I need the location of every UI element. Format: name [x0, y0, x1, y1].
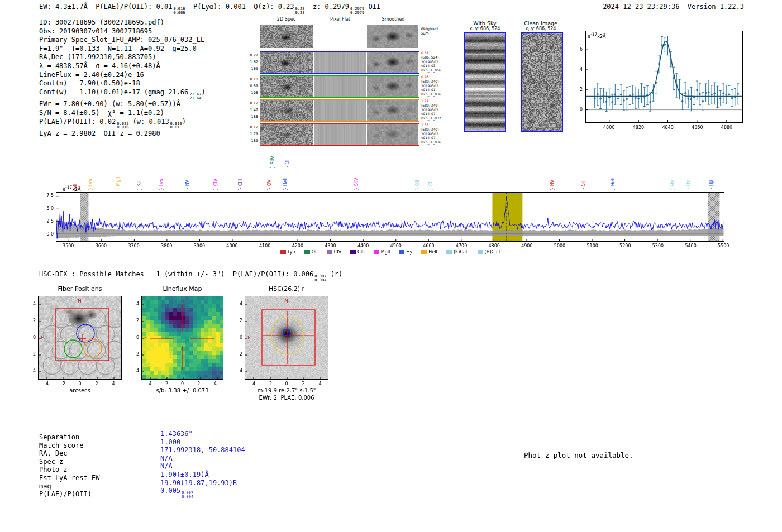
fiber-positions-xlabel: arcsecs [27, 387, 133, 394]
zoom-x-tick-label: 4880 [721, 125, 732, 130]
legend-label: (H)CaII [485, 250, 500, 255]
fiber-weight-value: 0.12 [245, 100, 258, 107]
text-segment: EWr = 7.80(±0.90) (w: 5.80(±0.57))Å [39, 100, 180, 108]
detection-metadata-block: ID: 3002718695 (3002718695.pdf)Obs: 2019… [39, 18, 206, 138]
zoom-line-fit-canvas [586, 31, 742, 122]
fiber-id-line: (689, 340) [421, 127, 448, 132]
text-segment: LineFlux = 2.40(±0.24)e-16 [39, 71, 144, 79]
spectrum-x-tick-label: 5400 [685, 243, 696, 248]
legend-label: OII [312, 250, 318, 255]
fiber-weight-value: 0.12 [245, 124, 258, 131]
fiber-row-weights: 0.121.47188 [245, 100, 258, 120]
fraction-lower: 0.004 [182, 495, 193, 499]
match-row-value: 171.992318, 50.884104 [160, 446, 245, 454]
spec2d-fiber-row [260, 99, 419, 122]
fiber-id-line: v014_03 [421, 64, 448, 68]
emission-line-marker: } OII [415, 180, 420, 190]
fiber-id-line: 20190307 [421, 60, 448, 64]
zoom-y-tick-label: 0 [580, 107, 583, 112]
stacked-fraction: 0.230.23 [295, 7, 305, 15]
full-spectrum-canvas [56, 193, 724, 241]
fiber-id-line: 025_LL_036 [421, 140, 448, 145]
fiber-weight-value: 108 [245, 89, 258, 96]
cutout-y-tick-label: -2 [238, 352, 242, 357]
spectrum-x-tick-label: 5500 [718, 243, 729, 248]
emission-line-marker: } Lyα [159, 179, 164, 190]
cutout-x-tick-label: 0 [78, 381, 81, 386]
superscript-segment: -17 [65, 185, 72, 190]
spectrum-unit-label: e-17x2Å [63, 185, 80, 192]
weighted-smoothed-image [367, 25, 418, 48]
spectrum-x-tick-label: 5300 [652, 243, 664, 248]
fiber-row-info: 1.27"(689, 349)20190307v014_07025_LL_037 [421, 99, 448, 121]
spectrum-y-tick-label: 2.5 [46, 219, 54, 224]
legend-item: (H)CaII [478, 250, 500, 255]
cutout-y-tick-label: -4 [238, 368, 242, 373]
emission-line-marker: } Lyα [88, 179, 93, 190]
cutout-y-tick-label: 4 [136, 301, 139, 306]
spectrum-x-tick-label: 3600 [96, 243, 107, 248]
pixel-flat-image [314, 76, 366, 97]
metadata-line: ID: 3002718695 (3002718695.pdf) [39, 18, 206, 27]
stacked-fraction: 0.0160.006 [173, 7, 185, 15]
text-segment: LyA z = 2.9802 OII z = 0.2980 [39, 130, 160, 137]
spectrum-x-tick-label: 5000 [554, 243, 565, 248]
legend-label: (K)CaII [454, 250, 469, 255]
cutout-y-tick-label: 4 [240, 301, 242, 306]
fiber-id-line: (689, 340) [421, 79, 448, 84]
match-row-label: mag [39, 482, 51, 490]
spectrum-x-tick-label: 4100 [259, 243, 270, 248]
hsc-cutout-title: HSC(26.2) r [245, 285, 328, 293]
smoothed-image [367, 52, 418, 73]
zoom-y-tick-label: 2 [580, 87, 583, 92]
lineflux-map-title: Lineflux Map [141, 285, 223, 293]
text-segment: S/N = 8.4(±0.5) χ² = 1.1(±0.2) [39, 109, 164, 117]
cutout-x-tick-label: 2 [197, 381, 200, 386]
cutout-y-tick-label: -2 [135, 352, 139, 357]
cutout-x-tick-label: 4 [318, 381, 321, 386]
metadata-line: Cont(w) = 1.10(±0.01)e-17 (gmag 21.6621.… [39, 88, 206, 100]
metadata-line: P(LAE)/P(OII): 0.020.0250.016 (w: 0.0130… [39, 118, 206, 130]
legend-item: HeII [421, 250, 437, 255]
match-row-value: 1.000 [160, 438, 180, 446]
text-segment: HSC-DEX : Possible Matches = 1 (within +… [39, 270, 313, 278]
text-segment: Obs: 20190307v014_3002718695 [39, 27, 152, 35]
text-segment: 1.000 [160, 438, 180, 446]
match-row-label: RA, Dec [39, 449, 68, 457]
spectrum-y-tick-label: 5.0 [46, 206, 54, 211]
fiber-weight-value: 1.62 [245, 59, 258, 65]
spectrum-x-tick-label: 4000 [226, 243, 237, 248]
spectrum-y-tick-label: 0.0 [46, 232, 54, 237]
cutout-x-tick-label: 2 [95, 381, 98, 386]
emission-line-marker: } SiII [581, 179, 586, 190]
lineflux-map-plot [141, 296, 223, 380]
spec2d-image [260, 52, 313, 73]
zoom-line-fit-plot [585, 31, 743, 123]
emission-line-marker: } CII [428, 180, 433, 190]
zoom-x-tick-label: 4800 [603, 125, 614, 130]
text-segment: x2Å [72, 187, 80, 192]
metadata-line: S/N = 8.4(±0.5) χ² = 1.1(±0.2) [39, 109, 206, 118]
cutout-x-tick-label: -4 [251, 381, 255, 386]
superscript-segment: -17 [590, 32, 597, 37]
text-segment: λ = 4838.57Å σ = 4.16(±0.48)Å [39, 62, 160, 70]
zoom-x-tick-label: 4840 [662, 125, 673, 130]
emission-line-marker: } CIII [238, 179, 243, 190]
legend-swatch [280, 250, 286, 254]
cutout-y-tick-label: 2 [240, 318, 242, 323]
cutout-x-tick-label: -2 [164, 381, 168, 386]
text-segment: (r) [326, 270, 342, 278]
cutout-y-tick-label: 0 [33, 335, 36, 340]
cutout-x-tick-label: -4 [147, 381, 152, 386]
metadata-line: Primary Spec_Slot_IFU_AMP: 025_076_032_L… [39, 36, 206, 45]
hsc-dex-match-line: HSC-DEX : Possible Matches = 1 (within +… [39, 270, 342, 282]
weighted-sum-label: Weighted Sum [421, 27, 438, 36]
spec2d-col-title-pixelflat: Pixel Flat [314, 17, 366, 22]
clean-image-coords: x, y: 686, 524 [514, 26, 568, 31]
match-row-value: N/A [160, 462, 173, 470]
legend-swatch [421, 250, 427, 254]
spec2d-image [260, 124, 313, 145]
spectrum-y-tick-label: 7.5 [46, 193, 54, 198]
photz-unavailable-note: Phot z plot not available. [524, 451, 633, 459]
clean-image [522, 33, 562, 131]
